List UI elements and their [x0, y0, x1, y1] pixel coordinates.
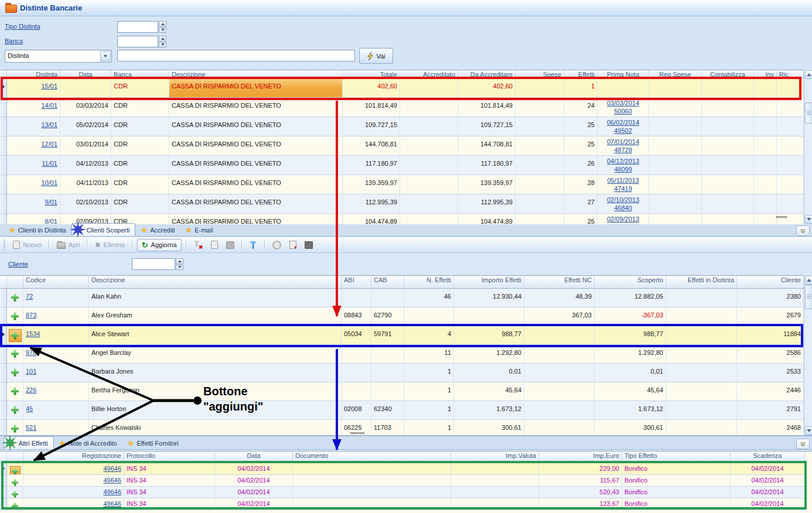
scroll-up-button[interactable] [805, 70, 812, 79]
spin-down-button[interactable] [176, 265, 183, 271]
add-button[interactable] [9, 423, 21, 435]
cliente-row[interactable]: 970Angel Barclay111.292,801.292,802586 [0, 345, 804, 364]
cliente-row[interactable]: 101Barbara Jones10,010,012533 [0, 364, 804, 382]
cliente-input[interactable] [132, 258, 175, 270]
archive-button[interactable] [301, 240, 317, 251]
prima-nota-date-link[interactable]: 03/03/2014 [599, 99, 647, 107]
prima-nota-date-link[interactable]: 06/02/2014 [599, 118, 647, 126]
grid-cell-link[interactable]: 10/01 [41, 179, 57, 186]
prima-nota-number-link[interactable]: 48728 [599, 146, 647, 154]
scroll-up-button[interactable] [805, 276, 812, 285]
cliente-spinner[interactable] [132, 258, 183, 271]
cliente-row[interactable]: 1534Alice Stewart05034597914988,77988,77… [0, 326, 804, 345]
vertical-scrollbar[interactable] [804, 275, 812, 435]
stamp-button[interactable] [222, 240, 238, 251]
grid-cell-link[interactable]: 873 [26, 312, 36, 319]
grid-cell-link[interactable]: 226 [26, 387, 36, 394]
add-button[interactable] [11, 490, 20, 498]
elimina-button[interactable]: Elimina [91, 240, 128, 251]
grid-cell-link[interactable]: 15/01 [41, 83, 57, 90]
funnel-button[interactable] [245, 240, 261, 251]
tab-clienti-scoperti[interactable]: ★Clienti Scoperti [71, 223, 136, 236]
prima-nota-date-link[interactable]: 04/12/2013 [599, 157, 647, 165]
grid-cell-link[interactable]: 970 [26, 349, 36, 356]
effetto-row[interactable]: 49646INS 3404/02/2014520,43Bonifico04/02… [0, 487, 812, 498]
cliente-row[interactable]: 521Charles Kowalski06225117031300,61300,… [0, 420, 804, 436]
prima-nota-date-link[interactable]: 05/11/2013 [599, 176, 647, 184]
grid-cell-link[interactable]: 521 [26, 424, 36, 431]
grid-cell-link[interactable]: 9/01 [45, 199, 57, 206]
collapse-section-button[interactable] [796, 439, 810, 449]
grid-cell-link[interactable]: 49646 [103, 465, 121, 472]
tipo-distinta-link[interactable]: Tipo Distinta [5, 23, 40, 30]
distinta-row[interactable]: 15/01CDRCASSA DI RISPARMIO DEL VENETO402… [0, 78, 804, 98]
grid-cell-link[interactable]: 13/01 [41, 121, 57, 128]
scroll-thumb[interactable] [805, 102, 812, 124]
spin-up-button[interactable] [159, 21, 166, 27]
add-button[interactable] [9, 310, 21, 322]
add-button[interactable] [9, 329, 22, 342]
grid-cell-link[interactable]: 14/01 [41, 102, 57, 109]
export-button[interactable] [285, 239, 301, 251]
tipo-distinta-input[interactable] [117, 21, 158, 33]
document-button[interactable] [207, 239, 222, 251]
grid-cell-link[interactable]: 72 [26, 293, 33, 300]
distinta-row[interactable]: 14/0103/03/2014CDRCASSA DI RISPARMIO DEL… [0, 98, 804, 117]
cliente-row[interactable]: 72Alan Kahn4612.930,4448,3912.882,052380 [0, 289, 804, 307]
add-button[interactable] [9, 385, 21, 397]
grid-cell-link[interactable]: 1534 [26, 330, 40, 337]
cliente-row[interactable]: 226Bertha Ferguson145,6445,642446 [0, 382, 804, 401]
combo-dropdown-button[interactable] [100, 51, 111, 61]
apri-button[interactable]: Apri [53, 239, 84, 251]
prima-nota-date-link[interactable]: 07/01/2014 [599, 138, 647, 146]
effetto-row[interactable]: 49646INS 3404/02/2014229,00Bonifico04/02… [0, 463, 812, 475]
cliente-row[interactable]: 45Billie Horton020086234011.673,121.673,… [0, 401, 804, 420]
distinta-row[interactable]: 12/0103/01/2014CDRCASSA DI RISPARMIO DEL… [0, 136, 804, 156]
cliente-row[interactable]: 873Alex Gresham0884362790367,03-367,0326… [0, 307, 804, 326]
add-button[interactable] [11, 478, 20, 487]
spin-down-button[interactable] [159, 42, 166, 48]
grid-cell-link[interactable]: 12/01 [41, 141, 57, 148]
spin-up-button[interactable] [176, 258, 183, 264]
add-button[interactable] [9, 348, 21, 360]
clock-button[interactable] [268, 239, 285, 251]
add-button[interactable] [10, 466, 21, 475]
grid-cell-link[interactable]: 49646 [103, 500, 121, 507]
effetto-row[interactable]: 49646INS 3404/02/2014115,67Bonifico04/02… [0, 475, 812, 487]
vai-button[interactable]: Vai [359, 48, 393, 64]
tab-effetti-fornitori[interactable]: ★Effetti Fornitori [122, 437, 184, 449]
grid-cell-link[interactable]: 49646 [103, 477, 121, 484]
aggiorna-button[interactable]: Aggiorna [137, 239, 182, 251]
spin-up-button[interactable] [159, 36, 166, 42]
scroll-down-button[interactable] [805, 215, 812, 224]
tab-altri-effetti[interactable]: ★Altri Effetti [4, 436, 54, 449]
effetto-row[interactable]: 49646INS 3404/02/2014123,67Bonifico04/02… [0, 498, 812, 510]
prima-nota-number-link[interactable]: 48099 [599, 165, 647, 173]
grid-cell-link[interactable]: 101 [26, 368, 36, 375]
prima-nota-number-link[interactable]: 46840 [599, 204, 647, 212]
search-type-combo[interactable]: Distinta [5, 50, 112, 63]
distinta-row[interactable]: 11/0104/12/2013CDRCASSA DI RISPARMIO DEL… [0, 156, 804, 175]
distinta-row[interactable]: 13/0105/02/2014CDRCASSA DI RISPARMIO DEL… [0, 117, 804, 136]
collapse-section-button[interactable] [796, 225, 810, 236]
tab-clienti-in-distinta[interactable]: ★Clienti in Distinta [4, 224, 71, 236]
prima-nota-number-link[interactable]: 49502 [599, 126, 647, 135]
prima-nota-date-link[interactable]: 02/09/2013 [599, 215, 647, 223]
prima-nota-date-link[interactable]: 02/10/2013 [599, 196, 647, 204]
scroll-down-button[interactable] [805, 426, 812, 435]
clear-filter-button[interactable] [190, 239, 207, 251]
tab-note-di-accredito[interactable]: ★Note di Accredito [54, 437, 122, 449]
search-input[interactable] [117, 50, 355, 61]
banca-input[interactable] [117, 36, 158, 47]
nuovo-button[interactable]: Nuovo [9, 239, 46, 251]
add-button[interactable] [11, 501, 20, 510]
tab-e-mail[interactable]: ★E-mail [180, 224, 218, 236]
grid-cell-link[interactable]: 11/01 [42, 160, 57, 167]
prima-nota-number-link[interactable]: 47419 [599, 184, 647, 193]
vertical-scrollbar[interactable] [804, 70, 812, 224]
grid-cell-link[interactable]: 49646 [103, 488, 121, 495]
spin-down-button[interactable] [159, 28, 166, 33]
grid-cell-link[interactable]: 45 [26, 405, 33, 412]
tipo-distinta-spinner[interactable] [117, 21, 166, 33]
distinta-row[interactable]: 10/0104/11/2013CDRCASSA DI RISPARMIO DEL… [0, 175, 804, 194]
